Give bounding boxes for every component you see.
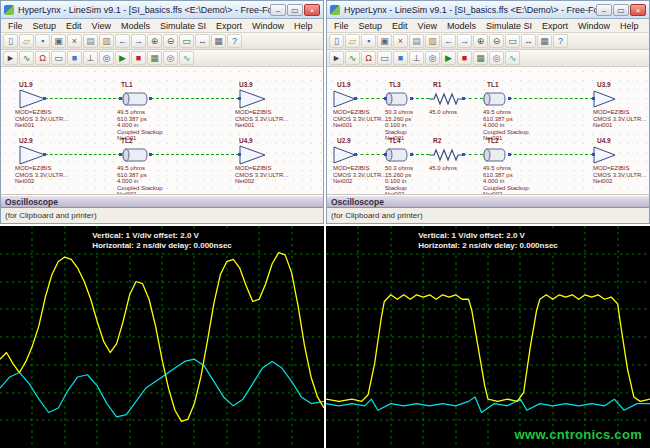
net-wire[interactable] [355,154,385,155]
ic-icon[interactable]: ■ [393,51,408,65]
tline-component[interactable]: TL1 49.5 ohms 610.387 ps 4.000 in Couple… [481,81,539,142]
paste-icon[interactable]: ▥ [425,34,440,48]
net-wire[interactable] [411,98,429,99]
menu-item[interactable]: File [3,21,28,31]
ground-icon[interactable]: ⊥ [409,51,424,65]
menu-item[interactable]: Export [537,21,573,31]
resistor-icon[interactable]: Ω [35,51,50,65]
cut-icon[interactable]: × [67,34,82,48]
menu-item[interactable]: File [329,21,354,31]
oscilloscope-panel-header[interactable]: Oscilloscope [1,195,323,208]
titlebar[interactable]: HyperLynx - LineSim v9.1 - [SI_basics.ff… [1,1,323,19]
net-wire[interactable] [463,98,483,99]
stop-icon[interactable]: ■ [457,51,472,65]
menu-item[interactable]: Simulate SI [155,21,211,31]
oscilloscope-icon[interactable]: ∿ [179,51,194,65]
menu-item[interactable]: Setup [354,21,388,31]
probe-icon[interactable]: ◎ [99,51,114,65]
net-wire[interactable] [463,154,483,155]
buffer-component[interactable]: U3.9 MOD=EZIBIS CMOS 3.3V,ULTR... Net001 [233,81,317,129]
maximize-button[interactable]: ▭ [613,4,629,16]
net-wire[interactable] [151,154,239,155]
maximize-button[interactable]: ▭ [287,4,303,16]
zoom-in-icon[interactable]: ⊕ [473,34,488,48]
zoom-out-icon[interactable]: ⊖ [163,34,178,48]
open-icon[interactable]: ▱ [19,34,34,48]
wire-icon[interactable]: ∿ [345,51,360,65]
minimize-button[interactable]: – [270,4,286,16]
tline-component[interactable]: TL1 49.5 ohms 610.387 ps 4.000 in Couple… [115,81,199,142]
pan-icon[interactable]: ↔ [521,34,536,48]
oscilloscope-icon[interactable]: ∿ [505,51,520,65]
resistor-icon[interactable]: Ω [361,51,376,65]
print-icon[interactable]: ▣ [51,34,66,48]
menu-item[interactable]: View [413,21,442,31]
menu-item[interactable]: Simulate SI [481,21,537,31]
zoom-fit-icon[interactable]: ▭ [179,34,194,48]
copy-icon[interactable]: ▤ [83,34,98,48]
grid-icon[interactable]: ▦ [211,34,226,48]
menu-item[interactable]: Window [573,21,615,31]
net-wire[interactable] [151,98,239,99]
buffer-component[interactable]: U2.9 MOD=EZIBIS CMOS 3.3V,ULTR... Net002 [331,137,389,185]
buffer-component[interactable]: U1.9 MOD=EZIBIS CMOS 3.3V,ULTR... Net001 [13,81,97,129]
new-icon[interactable]: ▯ [329,34,344,48]
run-simulation-icon[interactable]: ▶ [441,51,456,65]
menu-item[interactable]: Export [211,21,247,31]
probe-icon[interactable]: ◎ [425,51,440,65]
net-wire[interactable] [509,98,593,99]
schematic-canvas[interactable]: U1.9 MOD=EZIBIS CMOS 3.3V,ULTR... Net001… [327,67,649,195]
copy-icon[interactable]: ▤ [409,34,424,48]
help-icon[interactable]: ? [553,34,568,48]
oscilloscope-panel-header[interactable]: Oscilloscope [327,195,649,208]
select-icon[interactable]: ► [3,51,18,65]
menu-item[interactable]: Edit [387,21,413,31]
net-wire[interactable] [45,154,121,155]
save-icon[interactable]: ▪ [35,34,50,48]
menu-item[interactable]: Window [247,21,289,31]
new-icon[interactable]: ▯ [3,34,18,48]
net-wire[interactable] [411,154,429,155]
ic-icon[interactable]: ■ [67,51,82,65]
open-icon[interactable]: ▱ [345,34,360,48]
buffer-component[interactable]: U4.9 MOD=EZIBIS CMOS 3.3V,ULTR... Net002 [591,137,649,185]
tline-component[interactable]: TL2 49.5 ohms 610.387 ps 4.000 in Couple… [481,137,539,195]
titlebar[interactable]: HyperLynx - LineSim v9.1 - [SI_basics.ff… [327,1,649,19]
undo-icon[interactable]: ← [115,34,130,48]
buffer-component[interactable]: U2.9 MOD=EZIBIS CMOS 3.3V,ULTR... Net002 [13,137,97,185]
net-wire[interactable] [355,98,385,99]
buffer-component[interactable]: U3.9 MOD=EZIBIS CMOS 3.3V,ULTR... Net001 [591,81,649,129]
close-button[interactable]: × [630,4,646,16]
tline-component[interactable]: TL2 49.5 ohms 610.387 ps 4.000 in Couple… [115,137,199,195]
zoom-fit-icon[interactable]: ▭ [505,34,520,48]
redo-icon[interactable]: → [457,34,472,48]
buffer-component[interactable]: U4.9 MOD=EZIBIS CMOS 3.3V,ULTR... Net002 [233,137,317,185]
menu-item[interactable]: Models [116,21,155,31]
zoom-in-icon[interactable]: ⊕ [147,34,162,48]
eye-diagram-icon[interactable]: ◎ [489,51,504,65]
print-icon[interactable]: ▣ [377,34,392,48]
minimize-button[interactable]: – [596,4,612,16]
save-icon[interactable]: ▪ [361,34,376,48]
stop-icon[interactable]: ■ [131,51,146,65]
run-simulation-icon[interactable]: ▶ [115,51,130,65]
menu-item[interactable]: Edit [61,21,87,31]
menu-item[interactable]: Models [442,21,481,31]
menu-item[interactable]: View [87,21,116,31]
menu-item[interactable]: Help [289,21,318,31]
net-wire[interactable] [45,98,121,99]
menu-item[interactable]: Help [615,21,644,31]
eye-diagram-icon[interactable]: ◎ [163,51,178,65]
menu-item[interactable]: Setup [28,21,62,31]
net-wire[interactable] [509,154,593,155]
wire-icon[interactable]: ∿ [19,51,34,65]
select-icon[interactable]: ► [329,51,344,65]
cut-icon[interactable]: × [393,34,408,48]
tline-icon[interactable]: ▭ [377,51,392,65]
spreadsheet-icon[interactable]: ▦ [473,51,488,65]
close-button[interactable]: × [304,4,320,16]
help-icon[interactable]: ? [227,34,242,48]
ground-icon[interactable]: ⊥ [83,51,98,65]
buffer-component[interactable]: U1.9 MOD=EZIBIS CMOS 3.3V,ULTR... Net001 [331,81,389,129]
tline-icon[interactable]: ▭ [51,51,66,65]
